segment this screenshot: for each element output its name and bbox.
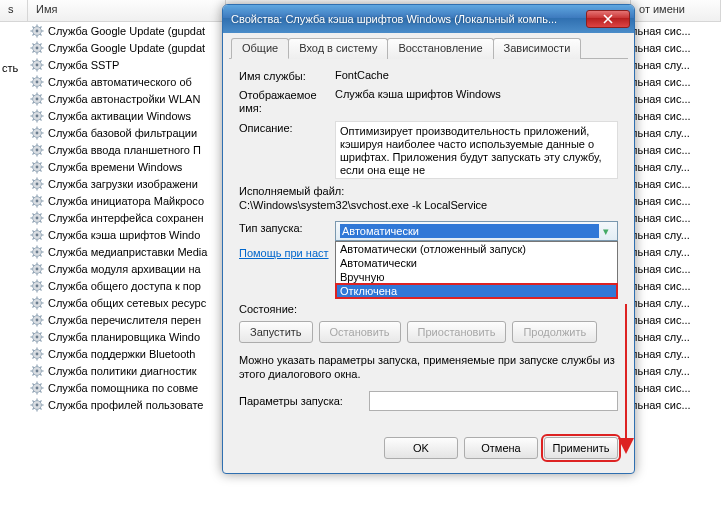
close-button[interactable] <box>586 10 630 28</box>
service-name: Служба модуля архивации на <box>48 263 232 275</box>
svg-line-28 <box>32 68 33 69</box>
col-account[interactable]: от имени <box>631 0 721 21</box>
svg-line-119 <box>40 213 41 214</box>
tab-logon[interactable]: Вход в систему <box>288 38 388 59</box>
resume-button[interactable]: Продолжить <box>512 321 597 343</box>
svg-line-207 <box>40 374 41 375</box>
svg-line-18 <box>32 51 33 52</box>
svg-point-181 <box>36 335 39 338</box>
tab-dependencies[interactable]: Зависимости <box>493 38 582 59</box>
service-name: Служба времени Windows <box>48 161 232 173</box>
service-account: льная сис... <box>631 25 721 37</box>
startup-opt-disabled[interactable]: Отключена <box>336 284 617 298</box>
service-icon <box>30 58 44 72</box>
svg-line-19 <box>40 43 41 44</box>
service-icon <box>30 160 44 174</box>
svg-line-126 <box>32 230 33 231</box>
svg-point-201 <box>36 369 39 372</box>
svg-point-91 <box>36 182 39 185</box>
svg-point-171 <box>36 318 39 321</box>
startup-opt-delayed[interactable]: Автоматически (отложенный запуск) <box>336 242 617 256</box>
start-params-input[interactable] <box>369 391 618 411</box>
startup-opt-manual[interactable]: Вручную <box>336 270 617 284</box>
svg-line-177 <box>40 323 41 324</box>
svg-point-191 <box>36 352 39 355</box>
svg-point-211 <box>36 386 39 389</box>
pause-button[interactable]: Приостановить <box>407 321 507 343</box>
service-account: льная сис... <box>631 178 721 190</box>
svg-line-7 <box>40 34 41 35</box>
svg-line-149 <box>40 264 41 265</box>
service-account: льная слу... <box>631 161 721 173</box>
svg-line-228 <box>32 408 33 409</box>
svg-line-9 <box>40 26 41 27</box>
col-s[interactable]: s <box>0 0 28 21</box>
stop-button[interactable]: Остановить <box>319 321 401 343</box>
tab-recovery[interactable]: Восстановление <box>387 38 493 59</box>
svg-line-78 <box>32 153 33 154</box>
service-name: Служба общего доступа к пор <box>48 280 232 292</box>
service-account: льная сис... <box>631 314 721 326</box>
ok-button[interactable]: OK <box>384 437 458 459</box>
help-link[interactable]: Помощь при наст <box>239 247 329 259</box>
startup-opt-auto[interactable]: Автоматически <box>336 256 617 270</box>
svg-point-31 <box>36 80 39 83</box>
service-account: льная сис... <box>631 93 721 105</box>
svg-line-98 <box>32 187 33 188</box>
start-button[interactable]: Запустить <box>239 321 313 343</box>
service-icon <box>30 364 44 378</box>
svg-line-189 <box>40 332 41 333</box>
service-icon <box>30 211 44 225</box>
service-name: Служба политики диагностик <box>48 365 232 377</box>
service-name: Служба поддержки Bluetooth <box>48 348 232 360</box>
svg-line-157 <box>40 289 41 290</box>
service-name-value: FontCache <box>335 69 618 82</box>
service-name: Служба интерфейса сохранен <box>48 212 232 224</box>
svg-line-58 <box>32 119 33 120</box>
svg-line-68 <box>32 136 33 137</box>
svg-line-99 <box>40 179 41 180</box>
sidebar-fragment: сть <box>2 62 18 74</box>
apply-button[interactable]: Применить <box>544 437 618 459</box>
svg-line-198 <box>32 357 33 358</box>
svg-point-101 <box>36 199 39 202</box>
service-name-label: Имя службы: <box>239 69 335 82</box>
svg-line-206 <box>32 366 33 367</box>
svg-line-56 <box>32 111 33 112</box>
svg-line-147 <box>40 272 41 273</box>
service-account: льная сис... <box>631 263 721 275</box>
cancel-button[interactable]: Отмена <box>464 437 538 459</box>
description-text: Оптимизирует производительность приложен… <box>335 121 618 179</box>
tab-general[interactable]: Общие <box>231 38 289 59</box>
svg-point-61 <box>36 131 39 134</box>
properties-dialog: Свойства: Служба кэша шрифтов Windows (Л… <box>222 4 635 474</box>
service-icon <box>30 381 44 395</box>
svg-line-167 <box>40 306 41 307</box>
svg-line-156 <box>32 281 33 282</box>
service-icon <box>30 109 44 123</box>
col-name[interactable]: Имя <box>28 0 226 21</box>
service-account: льная слу... <box>631 331 721 343</box>
service-account: льная слу... <box>631 127 721 139</box>
service-account: льная сис... <box>631 399 721 411</box>
service-name: Служба Google Update (gupdat <box>48 42 232 54</box>
svg-point-11 <box>36 46 39 49</box>
service-account: льная слу... <box>631 246 721 258</box>
service-name: Служба профилей пользовате <box>48 399 232 411</box>
svg-line-47 <box>40 102 41 103</box>
service-account: льная сис... <box>631 382 721 394</box>
service-icon <box>30 279 44 293</box>
svg-line-76 <box>32 145 33 146</box>
service-icon <box>30 75 44 89</box>
svg-line-88 <box>32 170 33 171</box>
svg-line-166 <box>32 298 33 299</box>
startup-note: Можно указать параметры запуска, применя… <box>239 353 618 381</box>
service-name: Служба кэша шрифтов Windo <box>48 229 232 241</box>
svg-line-197 <box>40 357 41 358</box>
startup-type-select[interactable]: Автоматически ▾ <box>335 221 618 241</box>
service-name: Служба планировщика Windo <box>48 331 232 343</box>
svg-point-51 <box>36 114 39 117</box>
svg-line-117 <box>40 221 41 222</box>
titlebar[interactable]: Свойства: Служба кэша шрифтов Windows (Л… <box>223 5 634 33</box>
service-account: льная сис... <box>631 195 721 207</box>
